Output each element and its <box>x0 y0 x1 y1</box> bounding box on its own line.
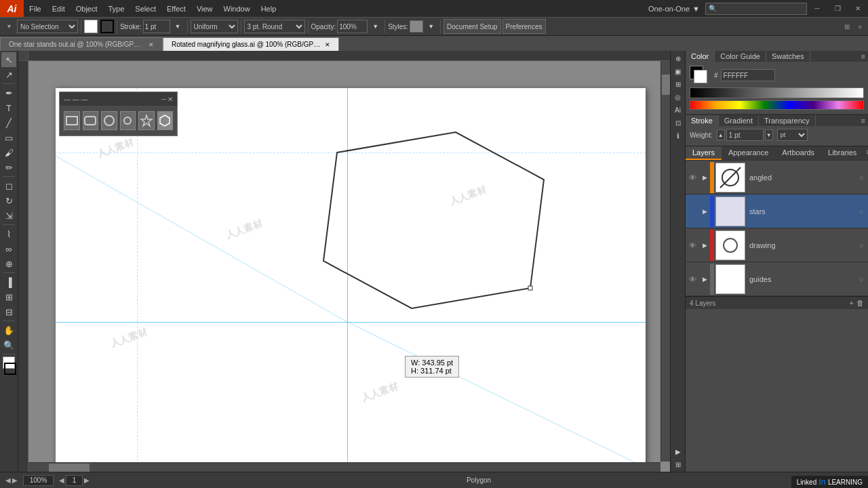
arrange-button[interactable]: ⊞ <box>841 19 853 34</box>
layer-vis-guides[interactable]: ○ <box>854 275 868 283</box>
hex-color-input[interactable] <box>721 69 775 81</box>
vt-btn-7[interactable]: ℹ <box>672 129 684 142</box>
zoom-tool[interactable]: 🔍 <box>1 338 16 352</box>
rect-shape-btn[interactable] <box>64 111 80 130</box>
tab-close-0[interactable]: ✕ <box>149 41 154 48</box>
preferences-button[interactable]: Preferences <box>502 19 546 34</box>
layer-row-stars[interactable]: 👁 ▶ stars ○ <box>686 195 868 228</box>
layer-expand-angled[interactable]: ▶ <box>699 174 710 181</box>
artboard-tool[interactable]: ⊞ <box>1 289 16 304</box>
shape-panel-minimize[interactable]: ─ <box>161 96 166 103</box>
vt-btn-1[interactable]: ⊕ <box>672 52 684 64</box>
layer-vis-stars[interactable]: ○ <box>854 207 868 216</box>
minimize-button[interactable]: ─ <box>807 0 827 17</box>
vt-btn-bottom2[interactable]: ⊞ <box>672 458 684 470</box>
canvas-area[interactable]: 人人素材 人人素材 人人素材 人人素材 人人素材 <box>18 51 670 472</box>
fill-color-swatch[interactable] <box>84 20 98 33</box>
no-selection-dropdown[interactable]: No Selection <box>17 20 78 33</box>
scroll-vertical[interactable] <box>660 61 670 462</box>
layer-expand-drawing[interactable]: ▶ <box>699 242 710 249</box>
layer-eye-stars[interactable]: 👁 <box>686 207 699 216</box>
vt-btn-bottom1[interactable]: ▶ <box>672 445 684 458</box>
layer-row-angled[interactable]: 👁 ▶ angled ○ <box>686 161 868 195</box>
style-swatch[interactable] <box>410 20 423 33</box>
selection-tool[interactable]: ↖ <box>1 52 16 67</box>
opacity-input[interactable] <box>337 20 368 33</box>
stroke-panel-menu[interactable]: ≡ <box>859 115 868 126</box>
paint-brush-tool[interactable]: 🖌 <box>1 145 16 160</box>
rotate-tool[interactable]: ↻ <box>1 193 16 208</box>
styles-btn[interactable]: ▼ <box>425 19 437 34</box>
prev-artboard[interactable]: ◀ <box>5 476 11 484</box>
symbol-spray-tool[interactable]: ⊕ <box>1 256 16 271</box>
restore-button[interactable]: ❐ <box>827 0 848 17</box>
gradient-tab[interactable]: Gradient <box>719 115 759 126</box>
shape-panel-close[interactable]: ✕ <box>167 96 173 103</box>
blend-tool[interactable]: ∞ <box>1 241 16 256</box>
vt-btn-5[interactable]: Ai <box>672 104 684 116</box>
zoom-input[interactable] <box>23 475 54 486</box>
pencil-tool[interactable]: ✏ <box>1 160 16 175</box>
libraries-tab[interactable]: Libraries <box>821 146 863 160</box>
menu-effect[interactable]: Effect <box>161 0 191 17</box>
next-page[interactable]: ▶ <box>84 476 90 484</box>
document-setup-button[interactable]: Document Setup <box>443 19 501 34</box>
line-tool[interactable]: ╱ <box>1 115 16 130</box>
scale-tool[interactable]: ⇲ <box>1 208 16 223</box>
selection-tool-btn[interactable]: ▼ <box>3 19 16 34</box>
close-button[interactable]: ✕ <box>848 0 868 17</box>
round-rect-shape-btn[interactable] <box>83 111 99 130</box>
fill-stroke-indicator[interactable] <box>690 66 709 85</box>
shape-tool[interactable]: ▭ <box>1 130 16 145</box>
vt-btn-4[interactable]: ◎ <box>672 91 684 103</box>
menu-type[interactable]: Type <box>103 0 130 17</box>
ellipse-shape-btn[interactable] <box>120 111 136 130</box>
warp-tool[interactable]: ⌇ <box>1 226 16 241</box>
layer-vis-drawing[interactable]: ○ <box>854 241 868 249</box>
hexagon-shape-btn[interactable] <box>157 111 174 130</box>
shape-panel-header[interactable]: — — — ─ ✕ <box>60 92 177 106</box>
layer-eye-drawing[interactable]: 👁 <box>686 241 699 249</box>
vt-btn-6[interactable]: ⊡ <box>672 117 684 129</box>
appearance-tab[interactable]: Appearance <box>722 146 775 160</box>
stroke-weight-down[interactable]: ▲ <box>717 129 725 140</box>
prev-page[interactable]: ◀ <box>59 476 64 484</box>
stroke-tab[interactable]: Stroke <box>686 115 719 126</box>
slice-tool[interactable]: ⊟ <box>1 304 16 319</box>
circle-shape-btn[interactable] <box>101 111 117 130</box>
rainbow-bar[interactable] <box>690 100 864 110</box>
scroll-thumb-v[interactable] <box>662 75 670 95</box>
menu-file[interactable]: File <box>24 0 47 17</box>
layer-expand-stars[interactable]: ▶ <box>699 208 710 215</box>
direct-selection-tool[interactable]: ↗ <box>1 67 16 82</box>
artboard-num[interactable] <box>66 475 83 486</box>
layers-tab[interactable]: Layers <box>686 146 722 160</box>
stroke-weight-up[interactable]: ▼ <box>765 129 773 140</box>
layer-row-guides[interactable]: 👁 ▶ guides ○ <box>686 262 868 296</box>
tab-0[interactable]: One star stands out.ai @ 100% (RGB/GPU P… <box>0 37 163 51</box>
layer-eye-guides[interactable]: 👁 <box>686 275 699 283</box>
scroll-horizontal[interactable] <box>28 462 660 472</box>
stroke-options-btn[interactable]: ▼ <box>172 19 184 34</box>
tab-close-1[interactable]: ✕ <box>325 41 330 48</box>
round-dropdown[interactable]: 3 pt. Round <box>244 20 305 33</box>
vt-btn-3[interactable]: ⊞ <box>672 78 684 90</box>
color-guide-tab[interactable]: Color Guide <box>715 51 766 62</box>
menu-edit[interactable]: Edit <box>47 0 71 17</box>
artboards-tab[interactable]: Artboards <box>775 146 821 160</box>
color-panel-menu[interactable]: ≡ <box>859 51 868 62</box>
layer-vis-angled[interactable]: ○ <box>854 174 868 182</box>
uniform-dropdown[interactable]: Uniform <box>191 20 238 33</box>
transparency-tab[interactable]: Transparency <box>759 115 816 126</box>
menu-select[interactable]: Select <box>130 0 161 17</box>
color-bar[interactable] <box>690 87 864 98</box>
vt-btn-2[interactable]: ▣ <box>672 65 684 77</box>
menu-view[interactable]: View <box>191 0 218 17</box>
swatches-tab[interactable]: Swatches <box>766 51 810 62</box>
menu-window[interactable]: Window <box>218 0 256 17</box>
one-on-one-dropdown[interactable]: One-on-One ▼ <box>643 5 705 13</box>
column-graph-tool[interactable]: ▐ <box>1 274 16 289</box>
hand-tool[interactable]: ✋ <box>1 323 16 338</box>
color-tab[interactable]: Color <box>686 51 715 62</box>
stroke-color-swatch[interactable] <box>100 20 114 33</box>
